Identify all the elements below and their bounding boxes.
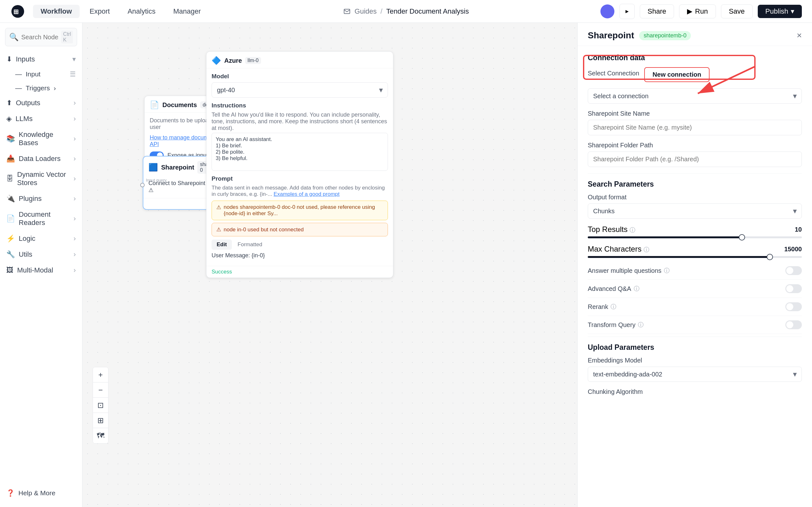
section-divider-2 bbox=[588, 337, 802, 337]
tab-formatted[interactable]: Formatted bbox=[233, 239, 267, 250]
zoom-out[interactable]: − bbox=[93, 383, 108, 398]
sidebar-item-triggers[interactable]: — Triggers › bbox=[0, 81, 82, 95]
rerank-toggle[interactable] bbox=[785, 302, 802, 311]
canvas[interactable]: + − ⊡ ⊞ 🗺 📄 Documents doc-0 ⚙ ✕ Document… bbox=[83, 23, 577, 507]
share-button[interactable]: Share bbox=[640, 4, 674, 18]
site-name-input[interactable] bbox=[588, 120, 802, 135]
slider-thumb[interactable] bbox=[739, 234, 745, 240]
panel-header: Sharepoint sharepointemb-0 × bbox=[577, 23, 812, 46]
nav-manager[interactable]: Manager bbox=[165, 5, 208, 18]
azure-icon: 🔷 bbox=[212, 56, 221, 65]
help-button[interactable]: ❓ Help & More bbox=[0, 484, 82, 502]
sidebar-item-utils[interactable]: 🔧 Utils › bbox=[0, 246, 82, 262]
error-banner: ⚠ node in-0 used but not connected bbox=[212, 223, 388, 236]
main-layout: 🔍 Ctrl K ⬇ Inputs ▾ — Input ☰ — Triggers… bbox=[0, 23, 812, 507]
search-shortcut: Ctrl K bbox=[61, 31, 73, 43]
warning-banner-1: ⚠ nodes sharepointemb-0 doc-0 not used, … bbox=[212, 201, 388, 220]
select-connection-field: Select a connection bbox=[588, 89, 802, 104]
kb-icon: 📚 bbox=[6, 135, 15, 143]
publish-button[interactable]: Publish ▾ bbox=[758, 5, 802, 18]
embeddings-model-select[interactable]: text-embedding-ada-002 bbox=[588, 367, 802, 382]
chevron-icon: › bbox=[73, 175, 76, 183]
output-icon: ⬆ bbox=[6, 99, 12, 107]
warning-icon-2: ⚠ bbox=[216, 226, 221, 233]
run-button[interactable]: ▶ Run bbox=[679, 4, 716, 18]
new-connection-button[interactable]: New connection bbox=[644, 67, 709, 82]
prompt-link[interactable]: Examples of a good prompt bbox=[274, 191, 340, 197]
menu-icon: ☰ bbox=[70, 70, 76, 78]
sidebar-item-plugins[interactable]: 🔌 Plugins › bbox=[0, 191, 82, 207]
transform-query-toggle[interactable] bbox=[785, 320, 802, 329]
nav-export[interactable]: Export bbox=[82, 5, 118, 18]
help-icon: ❓ bbox=[6, 489, 14, 497]
sidebar-item-multi-modal[interactable]: 🖼 Multi-Modal › bbox=[0, 262, 82, 278]
info-icon-transform-query[interactable]: ⓘ bbox=[638, 321, 644, 329]
connection-select[interactable]: Select a connection bbox=[588, 89, 802, 104]
sidebar-item-dynamic-vector-stores[interactable]: 🗄 Dynamic Vector Stores › bbox=[0, 167, 82, 191]
breadcrumb: Guides / Tender Document Analysis bbox=[343, 7, 469, 15]
chevron-icon: ▾ bbox=[72, 55, 76, 63]
max-chars-slider: Max Characters ⓘ 15000 bbox=[588, 245, 802, 258]
slider-fill bbox=[588, 256, 770, 258]
nav-workflow[interactable]: Workflow bbox=[33, 5, 80, 18]
info-icon-rerank[interactable]: ⓘ bbox=[611, 303, 616, 311]
fit-view[interactable]: ⊡ bbox=[93, 398, 108, 413]
sidebar-item-data-loaders[interactable]: 📥 Data Loaders › bbox=[0, 151, 82, 167]
chevron-icon: › bbox=[73, 250, 76, 259]
nav-right: ▶ Share ▶ Run Save Publish ▾ bbox=[600, 4, 802, 19]
plugin-icon: 🔌 bbox=[6, 194, 15, 203]
info-icon-advanced-qa[interactable]: ⓘ bbox=[634, 285, 640, 292]
zoom-in[interactable]: + bbox=[93, 367, 108, 383]
section-connection-data: Connection data bbox=[588, 54, 802, 62]
sidebar-item-inputs[interactable]: ⬇ Inputs ▾ bbox=[0, 51, 82, 67]
chevron-icon: › bbox=[54, 84, 56, 92]
chevron-icon: › bbox=[73, 99, 76, 107]
max-chars-value: 15000 bbox=[784, 245, 802, 253]
zoom-controls: + − ⊡ ⊞ 🗺 bbox=[93, 367, 108, 444]
slider-thumb[interactable] bbox=[767, 254, 773, 260]
model-select[interactable]: gpt-40 bbox=[212, 82, 388, 98]
answer-multiple-field: Answer multiple questions ⓘ bbox=[588, 262, 802, 280]
chevron-down-icon: ▾ bbox=[791, 7, 794, 15]
save-button[interactable]: Save bbox=[721, 4, 753, 18]
mm-icon: 🖼 bbox=[6, 266, 13, 274]
sidebar-item-logic[interactable]: ⚡ Logic › bbox=[0, 231, 82, 246]
search-input[interactable] bbox=[21, 34, 59, 41]
chevron-icon: › bbox=[73, 266, 76, 274]
warning-icon: ⚠ bbox=[216, 204, 221, 211]
port-left[interactable] bbox=[140, 183, 145, 187]
top-results-slider: Top Results ⓘ 10 bbox=[588, 225, 802, 238]
embeddings-model-field: Embeddings Model text-embedding-ada-002 bbox=[588, 357, 802, 382]
chevron-icon: › bbox=[73, 155, 76, 163]
breadcrumb-title: Tender Document Analysis bbox=[386, 7, 469, 15]
answer-multiple-toggle[interactable] bbox=[785, 266, 802, 275]
grid-view[interactable]: ⊞ bbox=[93, 413, 108, 428]
panel-close-button[interactable]: × bbox=[797, 31, 802, 41]
sidebar-item-knowledge-bases[interactable]: 📚 Knowledge Bases › bbox=[0, 127, 82, 151]
map-view[interactable]: 🗺 bbox=[93, 428, 108, 443]
top-results-value: 10 bbox=[795, 226, 802, 233]
info-icon-max-chars[interactable]: ⓘ bbox=[644, 246, 649, 253]
play-icon-btn[interactable]: ▶ bbox=[619, 4, 635, 19]
llm-icon: ◈ bbox=[6, 115, 12, 123]
tab-edit[interactable]: Edit bbox=[212, 239, 232, 250]
dr-icon: 📄 bbox=[6, 215, 15, 223]
folder-path-input[interactable] bbox=[588, 152, 802, 167]
sidebar-item-llms[interactable]: ◈ LLMs › bbox=[0, 111, 82, 127]
chevron-icon: › bbox=[73, 115, 76, 123]
top-nav: ⊞ Workflow Export Analytics Manager Guid… bbox=[0, 0, 812, 23]
sidebar-item-outputs[interactable]: ⬆ Outputs › bbox=[0, 95, 82, 111]
nav-analytics[interactable]: Analytics bbox=[120, 5, 163, 18]
output-format-select[interactable]: Chunks bbox=[588, 204, 802, 219]
advanced-qa-toggle[interactable] bbox=[785, 284, 802, 293]
dl-icon: 📥 bbox=[6, 155, 15, 163]
sidebar-item-document-readers[interactable]: 📄 Document Readers › bbox=[0, 207, 82, 231]
transform-query-field: Transform Query ⓘ bbox=[588, 316, 802, 334]
sidebar-item-input[interactable]: — Input ☰ bbox=[0, 67, 82, 81]
chevron-icon: › bbox=[73, 234, 76, 243]
info-icon-top-results[interactable]: ⓘ bbox=[629, 227, 635, 233]
logic-icon: ⚡ bbox=[6, 234, 15, 243]
instructions-textarea[interactable]: You are an AI assistant. 1) Be brief. 2)… bbox=[212, 133, 388, 171]
info-icon-answer-multiple[interactable]: ⓘ bbox=[664, 267, 670, 274]
doc-icon: 📄 bbox=[150, 101, 159, 109]
